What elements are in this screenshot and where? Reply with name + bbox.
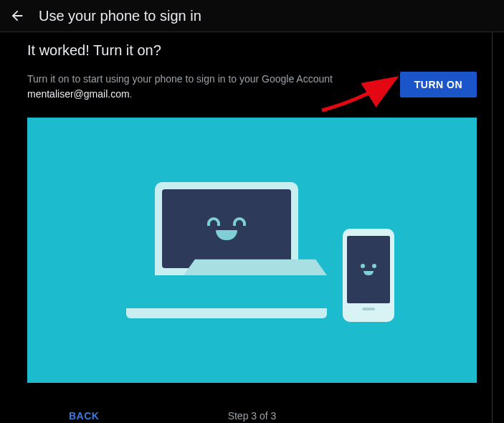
back-arrow-icon[interactable] <box>9 7 26 24</box>
description-row: Turn it on to start using your phone to … <box>27 72 477 102</box>
footer: BACK Step 3 of 3 <box>27 383 477 423</box>
description-text: Turn it on to start using your phone to … <box>27 72 333 102</box>
phone-icon <box>343 229 394 322</box>
header-title: Use your phone to sign in <box>39 8 201 24</box>
content: It worked! Turn it on? Turn it on to sta… <box>0 32 504 423</box>
description-body: Turn it on to start using your phone to … <box>27 73 333 85</box>
step-indicator: Step 3 of 3 <box>228 410 277 422</box>
illustration <box>27 118 477 383</box>
period: . <box>130 88 133 100</box>
back-button[interactable]: BACK <box>69 410 99 422</box>
header: Use your phone to sign in <box>0 0 504 32</box>
laptop-icon <box>155 182 298 318</box>
scrollbar-track <box>492 32 493 423</box>
account-email: mentaliser@gmail.com <box>27 88 130 100</box>
page-heading: It worked! Turn it on? <box>27 42 477 59</box>
turn-on-button[interactable]: TURN ON <box>400 72 477 98</box>
